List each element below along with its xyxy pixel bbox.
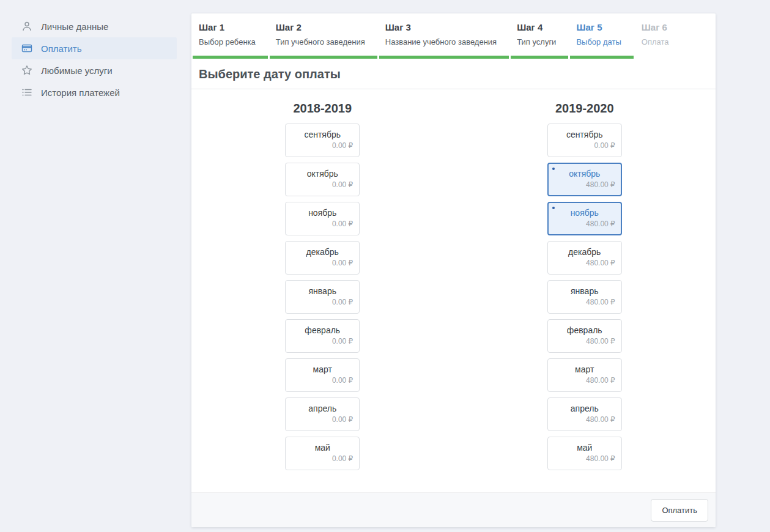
step-6: Шаг 6 Оплата xyxy=(635,13,681,59)
month-card-may[interactable]: май 0.00 ₽ xyxy=(285,437,360,470)
month-name: март xyxy=(292,364,353,374)
month-amount: 0.00 ₽ xyxy=(292,415,353,424)
month-amount: 0.00 ₽ xyxy=(292,454,353,463)
month-amount: 0.00 ₽ xyxy=(292,180,353,189)
step-subtitle: Название учебного заведения xyxy=(385,37,497,46)
month-card-march[interactable]: март 480.00 ₽ xyxy=(547,358,622,392)
month-name: апрель xyxy=(292,404,353,413)
month-card-february[interactable]: февраль 0.00 ₽ xyxy=(285,319,360,353)
month-amount: 0.00 ₽ xyxy=(292,259,353,267)
payment-date-content: 2018-2019 сентябрь 0.00 ₽ октябрь 0.00 ₽… xyxy=(191,89,716,476)
month-card-december[interactable]: декабрь 480.00 ₽ xyxy=(547,241,622,275)
sidebar-item-favorite-services[interactable]: Любимые услуги xyxy=(12,59,177,81)
sidebar: Личные данные Оплатить Любимые услуги Ис… xyxy=(0,0,187,103)
month-card-october[interactable]: октябрь 480.00 ₽ xyxy=(547,163,622,196)
month-name: февраль xyxy=(554,325,615,335)
step-subtitle: Оплата xyxy=(642,37,669,46)
step-title: Шаг 3 xyxy=(385,22,497,32)
user-icon xyxy=(21,21,32,32)
step-title: Шаг 6 xyxy=(642,22,669,32)
month-amount: 480.00 ₽ xyxy=(554,180,615,189)
month-card-list: сентябрь 0.00 ₽ октябрь 480.00 ₽ ноябрь … xyxy=(547,124,622,470)
sidebar-item-label: Любимые услуги xyxy=(41,65,113,76)
month-name: январь xyxy=(292,286,353,296)
month-amount: 0.00 ₽ xyxy=(292,376,353,385)
wizard-steps: Шаг 1 Выбор ребенка Шаг 2 Тип учебного з… xyxy=(191,13,716,59)
sidebar-item-payment-history[interactable]: История платежей xyxy=(12,81,177,103)
month-amount: 0.00 ₽ xyxy=(292,298,353,306)
selected-dot-icon xyxy=(552,168,555,170)
sidebar-item-label: История платежей xyxy=(41,87,120,98)
month-name: февраль xyxy=(292,325,353,335)
step-title: Шаг 4 xyxy=(517,22,556,32)
star-icon xyxy=(21,65,32,76)
month-card-list: сентябрь 0.00 ₽ октябрь 0.00 ₽ ноябрь 0.… xyxy=(285,124,360,470)
month-amount: 0.00 ₽ xyxy=(292,337,353,345)
month-card-january[interactable]: январь 480.00 ₽ xyxy=(547,280,622,314)
month-amount: 480.00 ₽ xyxy=(554,376,615,385)
panel-footer: Оплатить xyxy=(191,492,716,527)
pay-button[interactable]: Оплатить xyxy=(651,499,708,522)
month-name: январь xyxy=(554,286,615,296)
payment-wizard-panel: Шаг 1 Выбор ребенка Шаг 2 Тип учебного з… xyxy=(191,13,716,527)
step-subtitle: Тип учебного заведения xyxy=(276,37,365,46)
month-card-september[interactable]: сентябрь 0.00 ₽ xyxy=(285,124,360,157)
step-subtitle: Выбор даты xyxy=(576,37,621,46)
step-5[interactable]: Шаг 5 Выбор даты xyxy=(570,13,633,59)
month-card-november[interactable]: ноябрь 480.00 ₽ xyxy=(547,202,622,235)
page-title: Выберите дату оплаты xyxy=(199,67,708,81)
month-amount: 480.00 ₽ xyxy=(554,298,615,306)
month-amount: 0.00 ₽ xyxy=(292,141,353,150)
month-amount: 480.00 ₽ xyxy=(554,454,615,463)
step-title: Шаг 2 xyxy=(276,22,365,32)
year-title: 2019-2020 xyxy=(454,102,716,116)
sidebar-item-personal-data[interactable]: Личные данные xyxy=(12,15,177,37)
month-amount: 480.00 ₽ xyxy=(554,337,615,345)
list-icon xyxy=(21,87,32,98)
month-name: сентябрь xyxy=(554,130,615,139)
step-subtitle: Тип услуги xyxy=(517,37,556,46)
year-title: 2018-2019 xyxy=(191,102,454,116)
step-subtitle: Выбор ребенка xyxy=(199,37,256,46)
month-name: декабрь xyxy=(554,247,615,257)
month-name: октябрь xyxy=(292,169,353,179)
month-card-october[interactable]: октябрь 0.00 ₽ xyxy=(285,163,360,196)
month-amount: 480.00 ₽ xyxy=(554,259,615,267)
month-amount: 0.00 ₽ xyxy=(554,141,615,150)
month-name: апрель xyxy=(554,404,615,413)
step-3[interactable]: Шаг 3 Название учебного заведения xyxy=(379,13,509,59)
step-title: Шаг 5 xyxy=(576,22,621,32)
month-name: май xyxy=(292,443,353,453)
month-card-april[interactable]: апрель 0.00 ₽ xyxy=(285,397,360,431)
year-column-2019-2020: 2019-2020 сентябрь 0.00 ₽ октябрь 480.00… xyxy=(454,89,716,476)
month-card-january[interactable]: январь 0.00 ₽ xyxy=(285,280,360,314)
month-name: май xyxy=(554,443,615,453)
page-title-bar: Выберите дату оплаты xyxy=(191,59,716,89)
month-name: сентябрь xyxy=(292,130,353,139)
month-name: декабрь xyxy=(292,247,353,257)
selected-dot-icon xyxy=(552,207,555,209)
month-card-march[interactable]: март 0.00 ₽ xyxy=(285,358,360,392)
month-card-november[interactable]: ноябрь 0.00 ₽ xyxy=(285,202,360,235)
month-amount: 480.00 ₽ xyxy=(554,415,615,424)
year-column-2018-2019: 2018-2019 сентябрь 0.00 ₽ октябрь 0.00 ₽… xyxy=(191,89,454,476)
month-card-february[interactable]: февраль 480.00 ₽ xyxy=(547,319,622,353)
month-amount: 480.00 ₽ xyxy=(554,220,615,228)
sidebar-item-pay[interactable]: Оплатить xyxy=(12,37,177,59)
month-card-may[interactable]: май 480.00 ₽ xyxy=(547,437,622,470)
month-amount: 0.00 ₽ xyxy=(292,220,353,228)
step-1[interactable]: Шаг 1 Выбор ребенка xyxy=(193,13,268,59)
month-name: ноябрь xyxy=(554,208,615,218)
month-card-december[interactable]: декабрь 0.00 ₽ xyxy=(285,241,360,275)
step-2[interactable]: Шаг 2 Тип учебного заведения xyxy=(270,13,377,59)
credit-card-icon xyxy=(21,43,32,54)
step-4[interactable]: Шаг 4 Тип услуги xyxy=(511,13,568,59)
month-card-april[interactable]: апрель 480.00 ₽ xyxy=(547,397,622,431)
month-name: октябрь xyxy=(554,169,615,179)
sidebar-item-label: Оплатить xyxy=(41,43,82,54)
month-name: ноябрь xyxy=(292,208,353,218)
month-name: март xyxy=(554,364,615,374)
month-card-september[interactable]: сентябрь 0.00 ₽ xyxy=(547,124,622,157)
sidebar-item-label: Личные данные xyxy=(41,21,108,32)
step-title: Шаг 1 xyxy=(199,22,256,32)
